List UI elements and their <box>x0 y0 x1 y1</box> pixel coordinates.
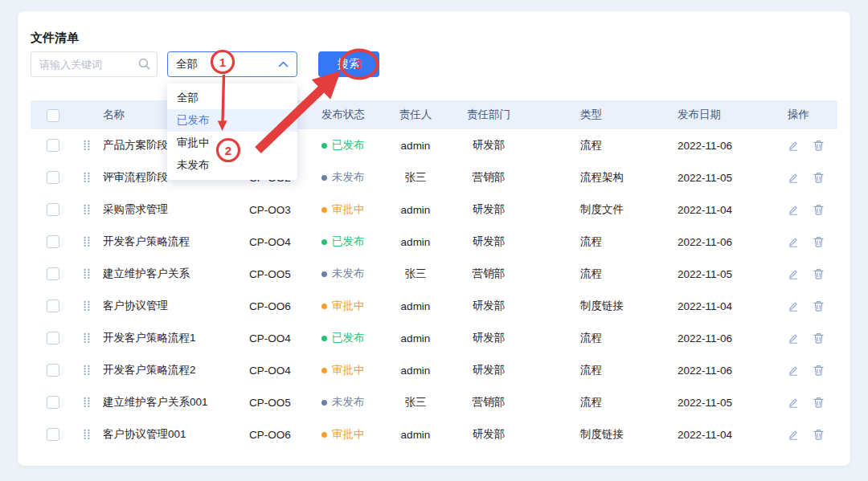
delete-button[interactable] <box>813 365 824 376</box>
drag-handle-icon[interactable] <box>83 236 91 247</box>
edit-button[interactable] <box>788 236 799 247</box>
cell-dept: 营销部 <box>447 395 530 410</box>
edit-icon <box>788 332 799 344</box>
dropdown-option[interactable]: 审批中 <box>167 132 297 154</box>
cell-person: 张三 <box>384 267 447 281</box>
row-checkbox[interactable] <box>47 203 59 216</box>
cell-status: 已发布 <box>321 138 384 153</box>
edit-button[interactable] <box>788 140 799 151</box>
drag-handle-icon[interactable] <box>83 140 91 151</box>
dropdown-option[interactable]: 全部 <box>167 87 297 109</box>
page-title: 文件清单 <box>31 31 837 46</box>
edit-button[interactable] <box>788 397 799 408</box>
cell-type: 流程架构 <box>530 170 671 185</box>
row-checkbox[interactable] <box>47 267 59 280</box>
row-checkbox[interactable] <box>47 364 59 377</box>
edit-icon <box>788 140 799 151</box>
drag-handle-icon[interactable] <box>83 397 91 408</box>
column-header-date: 发布日期 <box>671 108 773 122</box>
cell-date: 2022-11-05 <box>671 172 773 184</box>
status-filter-select[interactable]: 全部 <box>167 51 297 77</box>
delete-button[interactable] <box>813 204 824 215</box>
cell-name: 建立维护客户关系 <box>96 267 243 281</box>
cell-status: 已发布 <box>321 331 384 345</box>
drag-handle-icon[interactable] <box>83 268 91 279</box>
row-checkbox[interactable] <box>47 332 59 344</box>
status-dot <box>321 207 327 213</box>
edit-button[interactable] <box>788 365 799 376</box>
edit-button[interactable] <box>788 204 799 215</box>
cell-code: CP-OO4 <box>243 365 321 377</box>
column-header-person: 责任人 <box>384 108 447 122</box>
row-checkbox[interactable] <box>47 235 59 248</box>
cell-dept: 研发部 <box>447 427 530 442</box>
dropdown-option[interactable]: 已发布 <box>167 109 297 132</box>
status-label: 已发布 <box>332 234 365 249</box>
status-label: 审批中 <box>332 202 365 217</box>
search-button[interactable]: 搜索 <box>318 51 379 77</box>
delete-button[interactable] <box>813 300 824 312</box>
cell-person: admin <box>384 300 447 312</box>
edit-icon <box>788 300 799 312</box>
edit-button[interactable] <box>788 332 799 344</box>
drag-handle-icon[interactable] <box>83 332 91 344</box>
edit-button[interactable] <box>788 429 799 440</box>
drag-handle-icon[interactable] <box>83 172 91 183</box>
edit-button[interactable] <box>788 300 799 312</box>
table-row: 客户协议管理 CP-OO6 审批中 admin 研发部 制度链接 2022-11… <box>31 290 837 322</box>
cell-person: admin <box>384 365 447 377</box>
trash-icon <box>813 429 824 440</box>
dropdown-option[interactable]: 未发布 <box>167 154 297 177</box>
drag-handle-icon[interactable] <box>83 365 91 376</box>
status-label: 未发布 <box>332 170 365 185</box>
table-row: 开发客户策略流程1 CP-OO4 已发布 admin 研发部 流程 2022-1… <box>31 322 837 354</box>
cell-type: 流程 <box>530 363 671 377</box>
cell-date: 2022-11-04 <box>671 429 773 441</box>
delete-button[interactable] <box>813 236 824 247</box>
keyword-search-box <box>31 51 158 77</box>
cell-person: admin <box>384 140 447 152</box>
table-body: 产品方案阶段 已发布 admin 研发部 流程 2022-11-06 <box>31 129 837 450</box>
delete-button[interactable] <box>813 140 824 151</box>
cell-dept: 营销部 <box>447 267 530 281</box>
cell-date: 2022-11-06 <box>671 236 773 248</box>
cell-date: 2022-11-06 <box>671 140 773 152</box>
row-checkbox[interactable] <box>47 428 59 441</box>
row-checkbox[interactable] <box>47 396 59 409</box>
drag-handle-icon[interactable] <box>83 204 91 215</box>
delete-button[interactable] <box>813 397 824 408</box>
table-row: 评审流程阶段 CP-OO2 未发布 张三 营销部 流程架构 2022-11-05 <box>31 161 837 194</box>
edit-button[interactable] <box>788 172 799 183</box>
trash-icon <box>813 268 824 279</box>
cell-name: 客户协议管理001 <box>96 427 243 442</box>
delete-button[interactable] <box>813 429 824 440</box>
edit-icon <box>788 397 799 408</box>
delete-button[interactable] <box>813 268 824 279</box>
cell-status: 未发布 <box>321 267 384 281</box>
column-header-dept: 责任部门 <box>447 108 530 122</box>
row-checkbox[interactable] <box>47 139 59 152</box>
toolbar: 全部 搜索 <box>31 51 837 77</box>
edit-button[interactable] <box>788 268 799 279</box>
edit-icon <box>788 236 799 247</box>
cell-date: 2022-11-04 <box>671 204 773 216</box>
cell-name: 开发客户策略流程1 <box>96 331 243 345</box>
cell-code: CP-OO4 <box>243 236 321 248</box>
drag-handle-icon[interactable] <box>83 300 91 312</box>
status-dot <box>321 143 327 149</box>
status-label: 未发布 <box>332 267 365 281</box>
drag-handle-icon[interactable] <box>83 429 91 440</box>
table-row: 客户协议管理001 CP-OO6 审批中 admin 研发部 制度链接 2022… <box>31 418 837 450</box>
select-all-checkbox[interactable] <box>47 109 59 122</box>
trash-icon <box>813 332 824 344</box>
cell-dept: 研发部 <box>447 138 530 153</box>
row-checkbox[interactable] <box>47 300 59 312</box>
status-label: 已发布 <box>332 138 365 153</box>
row-checkbox[interactable] <box>47 171 59 184</box>
status-label: 审批中 <box>332 363 365 377</box>
cell-dept: 研发部 <box>447 202 530 217</box>
delete-button[interactable] <box>813 332 824 344</box>
edit-icon <box>788 268 799 279</box>
delete-button[interactable] <box>813 172 824 183</box>
cell-person: admin <box>384 236 447 248</box>
